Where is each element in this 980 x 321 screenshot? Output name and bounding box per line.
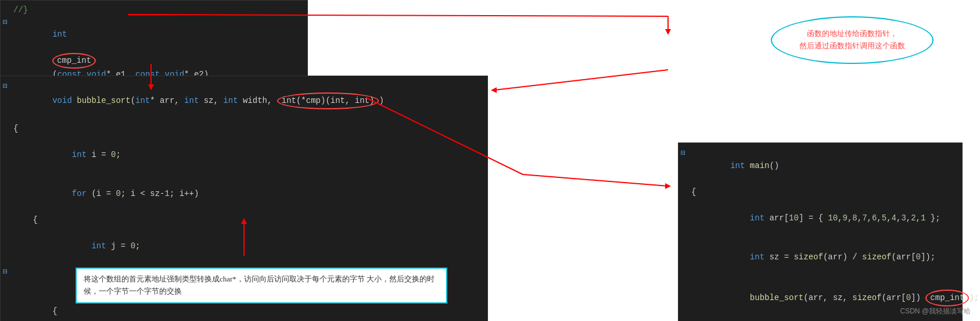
code-line: int j = 0; (1, 226, 487, 265)
line-marker: ⊟ (3, 81, 11, 93)
code-content: int main() (689, 147, 779, 186)
code-content: for (i = 0; i < sz-1; i++) (11, 174, 199, 213)
code-line: int sz = sizeof(arr) / sizeof(arr[0]); (679, 238, 962, 277)
svg-marker-2 (665, 29, 671, 35)
watermark: CSDN @我轻描淡写哈 (900, 306, 971, 316)
code-line: int i = 0; (1, 135, 487, 174)
code-content: int sz = sizeof(arr) / sizeof(arr[0]); (689, 238, 935, 277)
main-container: //} ⊟ int cmp_int (const void* e1, const… (0, 0, 980, 321)
svg-line-6 (523, 174, 668, 186)
svg-marker-7 (665, 183, 671, 189)
line-marker: ⊟ (681, 148, 689, 160)
annotation-line1: 函数的地址传给函数指针， (786, 28, 918, 40)
code-content: { (11, 213, 38, 226)
code-content: { (689, 186, 696, 198)
code-line: ⊟ void bubble_sort(int* arr, int sz, int… (1, 80, 487, 122)
annotation-box-char-cast: 将这个数组的首元素地址强制类型转换成char*，访问向后访问取决于每个元素的字节… (76, 268, 447, 304)
line-marker: ⊟ (3, 17, 11, 28)
line-marker: ⊟ (3, 266, 11, 279)
code-content: int arr[10] = { 10,9,8,7,6,5,4,3,2,1 }; (689, 199, 940, 238)
svg-marker-4 (491, 87, 497, 93)
code-line: //} (1, 4, 307, 16)
code-content: if (cmp((char*)arr + j * width,(char*) a… (11, 318, 433, 321)
code-line: int arr[10] = { 10,9,8,7,6,5,4,3,2,1 }; (679, 199, 962, 238)
code-line: for (i = 0; i < sz-1; i++) (1, 174, 487, 213)
code-line: ⊟ int main() (679, 147, 962, 186)
code-block-main: ⊟ int main() { int arr[10] = { 10,9,8,7,… (678, 142, 963, 321)
code-line: { (679, 186, 962, 198)
code-content: int j = 0; (11, 226, 140, 265)
code-content: //} (11, 4, 28, 16)
code-content: { (11, 122, 18, 135)
annotation-text: 将这个数组的首元素地址强制类型转换成char*，访问向后访问取决于每个元素的字节… (84, 274, 435, 295)
code-line: { (1, 213, 487, 226)
code-line: if (cmp((char*)arr + j * width,(char*) a… (1, 318, 487, 321)
code-content: void bubble_sort(int* arr, int sz, int w… (11, 80, 384, 122)
code-line: { (1, 305, 487, 318)
svg-line-3 (494, 70, 668, 90)
code-content: { (11, 305, 58, 318)
code-content: int i = 0; (11, 135, 121, 174)
annotation-line2: 然后通过函数指针调用这个函数 (786, 40, 918, 52)
code-line: { (1, 122, 487, 135)
annotation-oval-function-pointer: 函数的地址传给函数指针， 然后通过函数指针调用这个函数 (771, 16, 934, 64)
